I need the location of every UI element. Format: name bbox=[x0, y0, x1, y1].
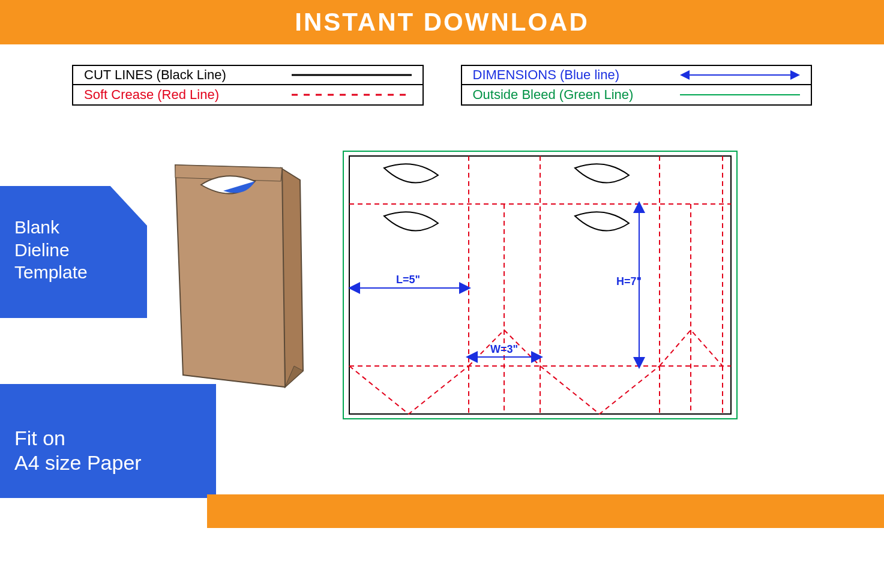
dim-height: H=7" bbox=[616, 275, 642, 287]
legend-right: DIMENSIONS (Blue line) Outside Bleed (Gr… bbox=[461, 65, 813, 106]
badge-line2: Dieline bbox=[14, 239, 133, 262]
legend-label-crease: Soft Crease (Red Line) bbox=[84, 87, 280, 103]
legend-bleed: Outside Bleed (Green Line) bbox=[461, 85, 813, 106]
badge-line3: Template bbox=[14, 261, 133, 284]
legend-swatch-cut bbox=[292, 70, 412, 80]
dieline-diagram: L=5" W=3" H=7" bbox=[342, 150, 738, 420]
legend-label-cut: CUT LINES (Black Line) bbox=[84, 67, 280, 83]
badge-fit-a4: Fit on A4 size Paper bbox=[0, 384, 216, 498]
legend-swatch-dim bbox=[680, 70, 800, 80]
legend-label-dim: DIMENSIONS (Blue line) bbox=[473, 67, 669, 83]
legend-cut-lines: CUT LINES (Black Line) bbox=[72, 65, 424, 85]
badge-line1: Blank bbox=[14, 216, 133, 239]
badge-blank-dieline: Blank Dieline Template bbox=[0, 186, 147, 318]
dim-width: W=3" bbox=[490, 343, 518, 355]
fit-line1: Fit on bbox=[14, 426, 202, 451]
legend-area: CUT LINES (Black Line) Soft Crease (Red … bbox=[0, 44, 884, 106]
dim-length: L=5" bbox=[396, 274, 420, 286]
legend-label-bleed: Outside Bleed (Green Line) bbox=[473, 87, 669, 103]
bag-3d-mockup bbox=[168, 150, 312, 390]
legend-dimensions: DIMENSIONS (Blue line) bbox=[461, 65, 813, 85]
fit-line2: A4 size Paper bbox=[14, 451, 202, 475]
svg-marker-5 bbox=[175, 165, 285, 387]
bottom-bar bbox=[207, 494, 884, 528]
legend-swatch-bleed bbox=[680, 89, 800, 100]
legend-left: CUT LINES (Black Line) Soft Crease (Red … bbox=[72, 65, 424, 106]
legend-swatch-crease bbox=[292, 89, 412, 100]
legend-soft-crease: Soft Crease (Red Line) bbox=[72, 85, 424, 106]
banner-title: INSTANT DOWNLOAD bbox=[295, 8, 589, 37]
top-banner: INSTANT DOWNLOAD bbox=[0, 0, 884, 44]
